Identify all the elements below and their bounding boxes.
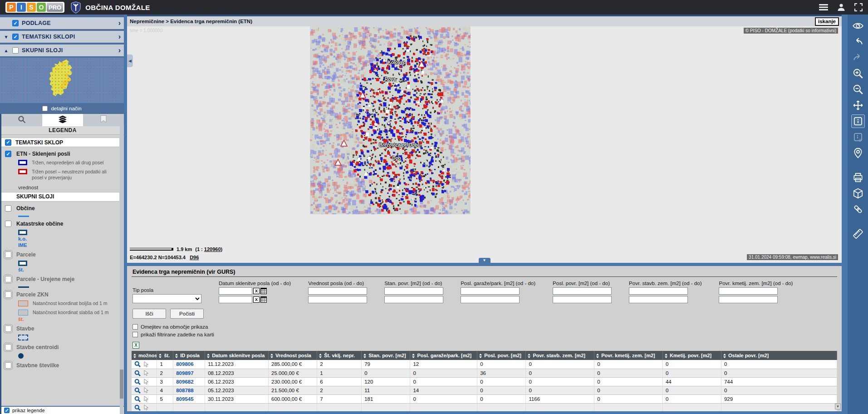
range-input[interactable]	[461, 296, 520, 303]
zoom-to-record-icon[interactable]	[134, 379, 141, 385]
skupni-sloji-checkbox[interactable]	[12, 47, 19, 54]
overview-map[interactable]	[0, 58, 124, 103]
sort-icon[interactable]	[665, 354, 667, 358]
column-header[interactable]: Posl. garaže/park. [m2]	[410, 351, 477, 360]
sort-icon[interactable]	[596, 354, 599, 358]
legend-checkbox[interactable]	[5, 325, 11, 332]
sort-icon[interactable]	[159, 354, 162, 358]
menu-icon[interactable]	[819, 4, 828, 11]
sort-icon[interactable]	[175, 354, 178, 358]
locate-icon[interactable]	[851, 146, 865, 160]
zoom-to-record-icon[interactable]	[134, 396, 141, 402]
map-tiles[interactable]: KolovecRovaBrezovica pri DobuDob	[310, 26, 471, 214]
sort-icon[interactable]	[723, 354, 726, 358]
zoom-to-record-icon[interactable]	[134, 387, 141, 394]
accordion-skupni-sloji[interactable]: ▲ SKUPNI SLOJI ›	[0, 44, 124, 56]
tab-search[interactable]	[1, 114, 42, 126]
column-header[interactable]: Ostale povr. [m2]	[721, 351, 837, 360]
panel-divider[interactable]	[127, 263, 842, 266]
column-header[interactable]: Povr. kmetij. zem. [m2]	[594, 351, 663, 360]
legend-checkbox[interactable]	[5, 139, 11, 146]
select-record-icon[interactable]	[144, 387, 149, 393]
sort-icon[interactable]	[412, 354, 415, 358]
accordion-tematski-sklopi[interactable]: ▼ TEMATSKI SKLOPI ›	[0, 31, 124, 43]
legend-scrollbar[interactable]	[120, 114, 123, 414]
scrollbar-thumb[interactable]	[120, 370, 123, 399]
legend-checkbox[interactable]	[5, 344, 11, 350]
id-posla-link[interactable]: 809806	[176, 361, 193, 367]
info-group-icon[interactable]: g	[851, 130, 865, 144]
chevron-right-icon[interactable]: ›	[118, 20, 121, 27]
select-record-icon[interactable]	[144, 361, 149, 367]
piso-logo[interactable]: PISOPRO	[5, 2, 64, 13]
tip-posla-select[interactable]	[132, 294, 201, 303]
id-posla-link[interactable]: 809682	[176, 379, 193, 384]
range-input[interactable]	[384, 296, 443, 303]
excel-export-icon[interactable]	[132, 342, 139, 349]
legend-checkbox[interactable]	[5, 291, 11, 298]
limit-to-extent-checkbox[interactable]	[132, 324, 138, 330]
id-posla-link[interactable]: 808788	[176, 388, 193, 393]
iskanje-button[interactable]: iskanje	[815, 17, 839, 26]
sort-icon[interactable]	[363, 354, 366, 358]
clear-date-icon[interactable]: X	[253, 288, 260, 294]
show-filtered-on-map-checkbox[interactable]	[132, 332, 138, 337]
column-header[interactable]: Povr. stavb. zem. [m2]	[526, 351, 594, 360]
print-icon[interactable]	[851, 171, 865, 184]
table-scroll-down-icon[interactable]: ▼	[835, 404, 841, 409]
forward-arrow-icon[interactable]	[851, 51, 865, 64]
scale-ratio-link[interactable]: 120960	[204, 246, 221, 252]
pan-icon[interactable]	[851, 99, 865, 112]
zoom-in-icon[interactable]	[851, 67, 865, 80]
legend-checkbox[interactable]	[5, 151, 11, 157]
select-record-icon[interactable]	[144, 404, 149, 410]
cube-3d-icon[interactable]	[851, 187, 865, 200]
calendar-icon[interactable]	[260, 296, 267, 303]
range-input[interactable]	[308, 296, 367, 303]
range-input[interactable]	[553, 287, 612, 295]
fullscreen-icon[interactable]	[854, 3, 863, 11]
column-header[interactable]: Vrednost posla	[269, 351, 317, 360]
sort-icon[interactable]	[270, 354, 273, 358]
legend-checkbox[interactable]	[5, 251, 11, 258]
datum-link[interactable]: D96	[190, 255, 199, 260]
tab-layers[interactable]	[42, 114, 83, 126]
expand-arrow[interactable]: ▲	[3, 48, 9, 53]
zoom-to-record-icon[interactable]	[134, 361, 141, 367]
range-input[interactable]	[461, 287, 520, 295]
select-record-icon[interactable]	[144, 379, 149, 384]
id-posla-link[interactable]: 809897	[176, 370, 193, 376]
range-input[interactable]	[719, 296, 778, 303]
zoom-to-record-icon[interactable]	[134, 404, 141, 411]
calendar-icon[interactable]	[260, 288, 267, 294]
map-viewport[interactable]: KolovecRovaBrezovica pri DobuDob time = …	[127, 26, 842, 263]
eye-icon[interactable]	[851, 19, 865, 33]
clear-date-icon[interactable]: X	[253, 296, 260, 303]
column-header[interactable]: Datum sklenitve posla	[205, 351, 269, 360]
column-header[interactable]: možnosti	[132, 351, 157, 360]
user-icon[interactable]	[837, 3, 845, 11]
measure-icon[interactable]	[851, 227, 865, 241]
sort-icon[interactable]	[319, 354, 322, 358]
column-header[interactable]: Posl. povr. [m2]	[477, 351, 526, 360]
range-input[interactable]	[629, 296, 688, 303]
column-header[interactable]: Kmetij. povr. [m2]	[662, 351, 721, 360]
link-icon[interactable]	[851, 202, 865, 216]
range-input[interactable]	[629, 287, 688, 295]
sort-icon[interactable]	[528, 354, 530, 358]
zoom-out-icon[interactable]	[851, 83, 865, 96]
tematski-sklopi-checkbox[interactable]	[12, 34, 19, 40]
chevron-right-icon[interactable]: ›	[118, 33, 121, 40]
podlage-checkbox[interactable]	[12, 20, 19, 26]
column-header[interactable]: Stan. povr. [m2]	[362, 351, 410, 360]
map-collapse-button[interactable]: ▼	[479, 258, 490, 263]
column-header[interactable]: ID posla	[173, 351, 205, 360]
tab-bookmark[interactable]	[83, 114, 124, 126]
column-header[interactable]: št.	[157, 351, 173, 360]
range-input[interactable]	[719, 287, 778, 295]
range-input[interactable]	[308, 287, 367, 295]
map-canvas[interactable]	[310, 26, 471, 214]
sort-icon[interactable]	[479, 354, 482, 358]
sidebar-collapse-handle[interactable]: ◀	[127, 54, 133, 67]
detail-mode-checkbox[interactable]	[42, 106, 48, 111]
